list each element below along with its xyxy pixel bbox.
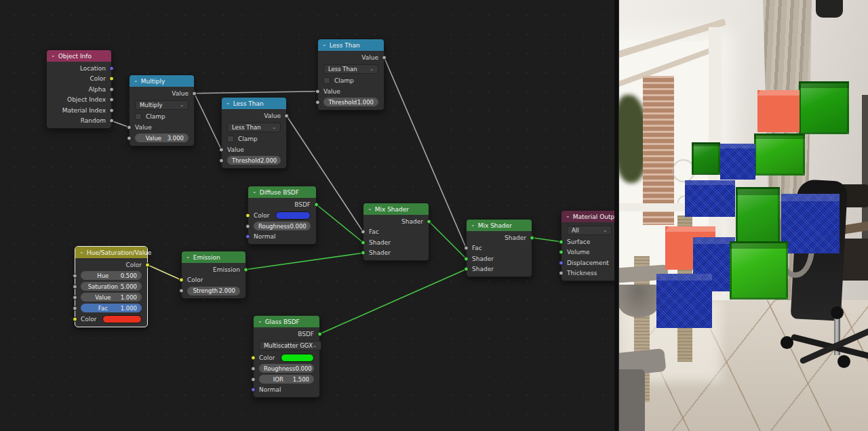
mix2-socket-in[interactable] bbox=[464, 246, 469, 251]
object-info-socket-out[interactable] bbox=[109, 87, 114, 91]
node-header-object-info[interactable]: ⌄Object Info bbox=[47, 50, 111, 62]
emission-socket-in[interactable] bbox=[179, 289, 184, 293]
hsv-field-saturation[interactable]: Saturation5.000 bbox=[81, 282, 142, 291]
object-info-socket-out[interactable] bbox=[109, 77, 114, 81]
glass-socket-in[interactable] bbox=[251, 388, 256, 392]
glass-dropdown[interactable]: Multiscatter GGX⌄ bbox=[259, 341, 321, 350]
node-multiply[interactable]: ⌄MultiplyValueMultiply⌄ClampValueValue3.… bbox=[129, 75, 195, 146]
node-header-material-output[interactable]: ⌄Material Output bbox=[561, 211, 617, 222]
glass-socket-in[interactable] bbox=[251, 366, 256, 371]
node-editor[interactable]: ⌄Object InfoLocationColorAlphaObject Ind… bbox=[0, 0, 614, 431]
node-header-emission[interactable]: ⌄Emission bbox=[182, 251, 245, 263]
multiply-socket-in[interactable] bbox=[127, 136, 132, 140]
mix1-socket-in[interactable] bbox=[361, 240, 366, 245]
collapse-chevron-icon[interactable]: ⌄ bbox=[226, 100, 231, 106]
material-output-socket-in[interactable] bbox=[559, 239, 564, 244]
mix1-socket-in[interactable] bbox=[361, 251, 366, 255]
collapse-chevron-icon[interactable]: ⌄ bbox=[258, 319, 262, 324]
hsv-socket-in[interactable] bbox=[73, 284, 77, 289]
less-than-1-dropdown[interactable]: Less Than⌄ bbox=[323, 64, 378, 74]
hsv-socket-in[interactable] bbox=[73, 273, 77, 278]
object-info-socket-out[interactable] bbox=[109, 108, 114, 112]
material-output-dropdown[interactable]: All⌄ bbox=[567, 226, 612, 235]
material-output-socket-in[interactable] bbox=[559, 271, 564, 276]
node-hsv[interactable]: ⌄Hue/Saturation/ValueColorHue0.500Satura… bbox=[75, 246, 148, 327]
collapse-chevron-icon[interactable]: ⌄ bbox=[134, 78, 138, 83]
editor-split-divider[interactable] bbox=[614, 0, 619, 431]
hsv-color-swatch[interactable] bbox=[102, 315, 142, 323]
glass-field-ior[interactable]: IOR1.500 bbox=[259, 375, 314, 384]
diffuse-socket-in[interactable] bbox=[245, 224, 250, 228]
hsv-socket-in[interactable] bbox=[73, 295, 77, 300]
node-header-hsv[interactable]: ⌄Hue/Saturation/Value bbox=[75, 247, 147, 258]
diffuse-socket-out[interactable] bbox=[314, 202, 319, 207]
hsv-field-fac[interactable]: Fac1.000 bbox=[81, 304, 142, 312]
less-than-1-socket-out[interactable] bbox=[382, 55, 387, 60]
collapse-chevron-icon[interactable]: ⌄ bbox=[368, 206, 372, 211]
mix2-socket-out[interactable] bbox=[530, 235, 534, 240]
emission-field-strength[interactable]: Strength2.000 bbox=[187, 287, 240, 295]
multiply-dropdown[interactable]: Multiply⌄ bbox=[135, 100, 189, 110]
hsv-socket-out[interactable] bbox=[145, 262, 150, 267]
diffuse-socket-in[interactable] bbox=[245, 234, 250, 239]
node-less-than-2[interactable]: ⌄Less ThanValueLess Than⌄ClampValueThres… bbox=[221, 97, 287, 169]
collapse-chevron-icon[interactable]: ⌄ bbox=[79, 249, 84, 255]
node-header-multiply[interactable]: ⌄Multiply bbox=[130, 75, 194, 87]
node-material-output[interactable]: ⌄Material OutputAll⌄SurfaceVolumeDisplac… bbox=[561, 210, 618, 281]
collapse-chevron-icon[interactable]: ⌄ bbox=[471, 222, 475, 228]
less-than-1-socket-in[interactable] bbox=[315, 100, 320, 104]
glass-field-roughness[interactable]: Roughness0.000 bbox=[259, 364, 314, 373]
diffuse-field-roughness[interactable]: Roughness0.000 bbox=[254, 222, 311, 230]
node-header-less-than-2[interactable]: ⌄Less Than bbox=[222, 98, 286, 109]
node-header-diffuse[interactable]: ⌄Diffuse BSDF bbox=[248, 186, 316, 198]
object-info-socket-out[interactable] bbox=[109, 66, 114, 70]
node-diffuse[interactable]: ⌄Diffuse BSDFBSDFColorRoughness0.000Norm… bbox=[248, 186, 317, 245]
diffuse-color-swatch[interactable] bbox=[275, 211, 311, 220]
glass-color-swatch[interactable] bbox=[281, 354, 315, 362]
mix1-socket-out[interactable] bbox=[427, 219, 431, 224]
multiply-socket-in[interactable] bbox=[127, 125, 132, 129]
multiply-field-value[interactable]: Value3.000 bbox=[135, 134, 189, 142]
emission-socket-in[interactable] bbox=[179, 278, 184, 283]
node-emission[interactable]: ⌄EmissionEmissionColorStrength2.000 bbox=[181, 251, 246, 299]
mix2-socket-in[interactable] bbox=[464, 267, 469, 272]
node-header-mix2[interactable]: ⌄Mix Shader bbox=[467, 220, 532, 231]
collapse-chevron-icon[interactable]: ⌄ bbox=[322, 42, 327, 47]
less-than-2-socket-out[interactable] bbox=[284, 113, 289, 118]
emission-socket-out[interactable] bbox=[243, 267, 248, 272]
node-less-than-1[interactable]: ⌄Less ThanValueLess Than⌄ClampValueThres… bbox=[317, 39, 384, 110]
object-info-socket-out[interactable] bbox=[109, 119, 114, 123]
collapse-chevron-icon[interactable]: ⌄ bbox=[566, 213, 570, 219]
glass-socket-in[interactable] bbox=[251, 355, 256, 360]
collapse-chevron-icon[interactable]: ⌄ bbox=[252, 189, 257, 194]
collapse-chevron-icon[interactable]: ⌄ bbox=[51, 53, 56, 58]
less-than-1-socket-in[interactable] bbox=[315, 89, 320, 94]
hsv-socket-in[interactable] bbox=[73, 316, 77, 321]
material-output-socket-in[interactable] bbox=[559, 260, 564, 265]
multiply-socket-out[interactable] bbox=[192, 91, 197, 96]
less-than-2-field-threshold[interactable]: Threshold2.000 bbox=[227, 156, 281, 165]
node-mix2[interactable]: ⌄Mix ShaderShaderFacShaderShader bbox=[466, 219, 532, 277]
diffuse-socket-in[interactable] bbox=[245, 213, 250, 218]
node-header-mix1[interactable]: ⌄Mix Shader bbox=[363, 203, 429, 215]
hsv-field-hue[interactable]: Hue0.500 bbox=[81, 271, 142, 280]
material-output-socket-in[interactable] bbox=[559, 250, 564, 255]
hsv-socket-in[interactable] bbox=[73, 306, 77, 310]
glass-socket-in[interactable] bbox=[251, 377, 256, 382]
collapse-chevron-icon[interactable]: ⌄ bbox=[186, 254, 191, 260]
glass-socket-out[interactable] bbox=[317, 331, 322, 336]
less-than-1-field-threshold[interactable]: Threshold1.000 bbox=[323, 98, 378, 106]
less-than-2-socket-in[interactable] bbox=[219, 158, 224, 163]
node-object-info[interactable]: ⌄Object InfoLocationColorAlphaObject Ind… bbox=[46, 49, 112, 129]
node-header-less-than-1[interactable]: ⌄Less Than bbox=[318, 39, 384, 51]
less-than-1-checkbox[interactable] bbox=[323, 77, 330, 84]
hsv-field-value[interactable]: Value1.000 bbox=[81, 293, 142, 302]
mix1-socket-in[interactable] bbox=[361, 230, 366, 234]
less-than-2-socket-in[interactable] bbox=[219, 147, 224, 152]
less-than-2-checkbox[interactable] bbox=[227, 136, 234, 142]
multiply-checkbox[interactable] bbox=[135, 113, 142, 120]
node-mix1[interactable]: ⌄Mix ShaderShaderFacShaderShader bbox=[363, 203, 429, 261]
node-header-glass[interactable]: ⌄Glass BSDF bbox=[254, 316, 319, 327]
node-glass[interactable]: ⌄Glass BSDFBSDFMultiscatter GGX⌄ColorRou… bbox=[253, 315, 320, 398]
mix2-socket-in[interactable] bbox=[464, 256, 469, 261]
